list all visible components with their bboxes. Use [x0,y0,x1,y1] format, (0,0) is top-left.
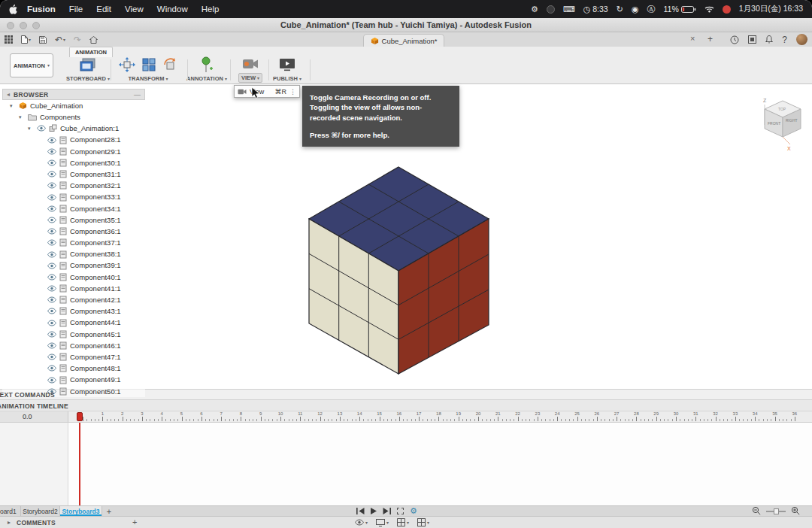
browser-item-component[interactable]: Component38:1 [2,248,145,259]
browser-item-component[interactable]: Component36:1 [2,226,145,237]
cube-model[interactable] [286,150,511,384]
browser-item-component[interactable]: Component31:1 [2,168,145,180]
browser-item-component[interactable]: Component47:1 [2,351,145,363]
keyboard-icon[interactable]: ⌨ [563,5,575,14]
more-options-icon[interactable]: ⋮ [289,88,296,96]
workspace-selector[interactable]: ANIMATION▾ [10,53,53,77]
browser-item-component[interactable]: Component28:1 [2,135,145,146]
disclosure-caret-icon[interactable]: ▾ [10,103,16,109]
browser-item-components-folder[interactable]: ▾ Components [2,111,145,123]
a-circle-icon[interactable]: Ⓐ [647,4,656,15]
visibility-eye-icon[interactable] [47,137,56,144]
tab-storyboard1[interactable]: Storyboard1 [0,506,21,516]
browser-item-component[interactable]: Component43:1 [2,305,145,317]
visibility-eye-icon[interactable] [47,320,56,326]
help-icon[interactable]: ? [782,35,787,44]
annotation-menu-button[interactable]: ANNOTATION▾ [184,74,229,83]
display-settings-icon[interactable]: ▾ [376,519,389,526]
timeline-ruler-ticks[interactable]: 1234567891011121314151617181920212223242… [83,411,804,422]
undo-icon[interactable]: ↶▾ [55,35,65,44]
storyboard-menu-button[interactable]: STORYBOARD▾ [64,74,112,83]
browser-item-root[interactable]: ▾ Cube_Animation [2,100,145,111]
visibility-eye-icon[interactable] [47,377,56,384]
job-status-icon[interactable] [730,35,739,44]
zoom-slider-handle[interactable] [774,508,779,514]
add-storyboard-button[interactable]: + [104,506,114,516]
browser-item-component[interactable]: Component42:1 [2,294,145,305]
browser-item-component[interactable]: Component33:1 [2,192,145,203]
visibility-eye-icon[interactable] [37,125,46,132]
browser-item-component[interactable]: Component49:1 [2,375,145,386]
home-icon[interactable] [89,36,98,44]
save-icon[interactable] [39,36,47,44]
tab-storyboard2[interactable]: Storyboard2 [21,506,60,516]
extensions-icon[interactable] [748,35,756,44]
visibility-eye-icon[interactable] [47,342,56,349]
view-cube[interactable]: Z TOP FRONT RIGHT X [754,95,808,152]
animation-timeline-header[interactable] [0,400,812,411]
status-circle-icon[interactable] [547,5,555,14]
current-time-field[interactable]: 0.0 [0,411,68,422]
visibility-eye-icon[interactable] [47,274,56,281]
browser-item-component[interactable]: Component34:1 [2,203,145,214]
document-tab[interactable]: Cube_Animation* [363,34,444,47]
visibility-eye-icon[interactable] [47,194,56,201]
disclosure-caret-icon[interactable]: ▾ [19,114,25,120]
window-close-button[interactable] [7,22,14,29]
browser-item-component[interactable]: Component35:1 [2,214,145,226]
record-icon[interactable]: ◉ [632,5,639,14]
visibility-eye-icon[interactable] [47,159,56,166]
visibility-eye-icon[interactable] [47,308,56,314]
menu-help[interactable]: Help [195,5,226,14]
restore-home-icon[interactable] [162,57,177,75]
browser-item-component[interactable]: Component46:1 [2,340,145,351]
expand-comments-icon[interactable]: ▸ [8,519,11,526]
visibility-eye-icon[interactable] [47,251,56,258]
visibility-eye-icon[interactable] [47,239,56,246]
browser-item-component[interactable]: Component44:1 [2,317,145,329]
visibility-eye-icon[interactable] [47,296,56,303]
visibility-eye-icon[interactable] [47,262,56,269]
notification-red-icon[interactable] [723,5,731,14]
menu-edit[interactable]: Edit [89,5,118,14]
disclosure-caret-icon[interactable]: ▾ [28,126,34,132]
browser-item-assembly[interactable]: ▾ Cube_Animation:1 [2,123,145,134]
menu-file[interactable]: File [62,5,90,14]
publish-video-icon[interactable] [279,58,295,74]
visibility-eye-icon[interactable] [47,148,56,155]
browser-item-component[interactable]: Component32:1 [2,180,145,191]
playhead-line[interactable] [79,423,80,505]
go-to-start-button[interactable] [356,508,365,514]
playhead-handle[interactable] [77,412,83,421]
transform-components-icon[interactable] [119,57,135,75]
browser-item-component[interactable]: Component39:1 [2,260,145,272]
browser-item-component[interactable]: Component30:1 [2,157,145,168]
viewports-icon[interactable]: ▾ [417,518,429,526]
ribbon-tab-animation[interactable]: ANIMATION [69,47,113,57]
loop-toggle-button[interactable] [397,508,404,514]
close-tab-icon[interactable]: × [690,34,695,43]
wifi-icon[interactable] [704,5,714,13]
transform-menu-button[interactable]: TRANSFORM▾ [126,74,171,83]
callout-icon[interactable] [201,56,213,76]
window-zoom-button[interactable] [32,22,40,29]
publish-menu-button[interactable]: PUBLISH▾ [271,74,304,83]
visibility-eye-icon[interactable] [47,285,56,292]
add-comment-icon[interactable]: + [132,517,137,526]
file-menu-icon[interactable]: ▾ [21,35,31,44]
gear-icon[interactable]: ⚙ [531,5,538,14]
minimize-panel-icon[interactable]: — [134,91,141,99]
data-panel-grid-icon[interactable] [5,35,13,44]
window-minimize-button[interactable] [20,22,27,29]
window-titlebar[interactable]: Cube_Animation* (Team hub - Yuichi Tamiy… [0,18,812,32]
browser-item-component[interactable]: Component37:1 [2,237,145,248]
component-position-icon[interactable] [141,57,156,75]
menu-view[interactable]: View [118,5,150,14]
go-to-end-button[interactable] [383,508,391,514]
apple-menu-icon[interactable] [9,5,17,14]
timeline-track-area[interactable] [0,423,812,505]
collapse-panel-icon[interactable]: ◂ [7,91,10,98]
animation-settings-icon[interactable]: ⚙ [410,507,417,515]
user-avatar[interactable] [796,34,807,45]
menu-window[interactable]: Window [150,5,195,14]
